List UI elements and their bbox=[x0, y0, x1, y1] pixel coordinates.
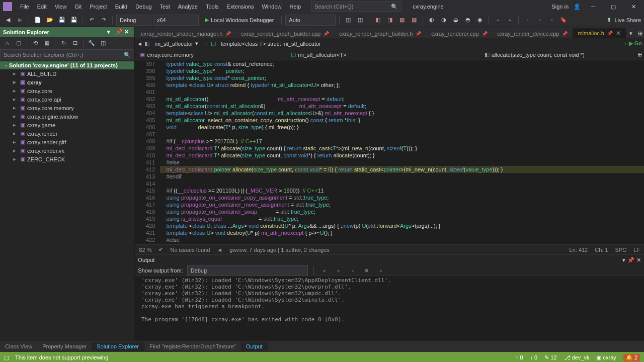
tb-icon-5[interactable]: ▦ bbox=[397, 15, 407, 25]
solution-root[interactable]: ▫ Solution 'cxray.engine' (11 of 11 proj… bbox=[0, 61, 134, 69]
tb-icon-14[interactable]: ▫ bbox=[522, 15, 532, 25]
nav-back-icon[interactable]: ◀ bbox=[3, 15, 13, 25]
tree-item[interactable]: ▸▣cxray.render bbox=[0, 129, 134, 138]
pin-icon[interactable]: 📌 bbox=[116, 29, 123, 36]
dropdown-icon[interactable]: ▾ bbox=[107, 29, 114, 36]
close-icon[interactable]: ✕ bbox=[636, 257, 641, 263]
minus-icon[interactable]: − bbox=[618, 41, 621, 47]
bookmark-icon[interactable]: 🔖 bbox=[558, 15, 569, 25]
code-editor[interactable]: 3973983994004014024034044054064074084094… bbox=[135, 60, 644, 244]
pull-indicator[interactable]: ↓ 0 bbox=[530, 354, 538, 360]
collapse-icon[interactable]: ⊟ bbox=[70, 38, 80, 48]
nav-back-icon[interactable]: ◄ bbox=[137, 41, 142, 47]
output-source-dropdown[interactable]: Debug bbox=[187, 265, 308, 276]
tb-icon-6[interactable]: ▦ bbox=[409, 15, 419, 25]
menu-window[interactable]: Window bbox=[258, 2, 285, 11]
menu-analyze[interactable]: Analyze bbox=[174, 2, 202, 11]
signin[interactable]: Sign in bbox=[551, 4, 569, 10]
tree-item[interactable]: ▸▣cxray.game bbox=[0, 121, 134, 129]
eol-indicator[interactable]: LF bbox=[633, 247, 640, 253]
btab-find[interactable]: Find "registerRenderGraphTexture" bbox=[144, 342, 241, 351]
nav-class[interactable]: ▢ mi_stl_allocator<T> bbox=[288, 51, 481, 58]
home-icon[interactable]: ⌂ bbox=[2, 38, 12, 48]
new-project-icon[interactable]: 📄 bbox=[33, 15, 43, 25]
tb-icon-10[interactable]: ◓ bbox=[463, 15, 473, 25]
nav-file[interactable]: ▣ cxray.core.memory bbox=[137, 51, 288, 58]
menu-debug[interactable]: Debug bbox=[131, 2, 155, 11]
pin-icon[interactable]: 📌 bbox=[607, 31, 613, 36]
save-all-icon[interactable]: 💾 bbox=[69, 15, 79, 25]
tb-icon-9[interactable]: ◒ bbox=[451, 15, 461, 25]
open-icon[interactable]: 📂 bbox=[45, 15, 55, 25]
redo-icon[interactable]: ↷ bbox=[99, 15, 109, 25]
tree-item[interactable]: ▸▣ZERO_CHECK bbox=[0, 155, 134, 163]
tb-icon-13[interactable]: ▫ bbox=[505, 15, 515, 25]
save-icon[interactable]: 💾 bbox=[57, 15, 67, 25]
tb-icon-15[interactable]: ▫ bbox=[534, 15, 544, 25]
account-icon[interactable]: 👤 bbox=[574, 4, 581, 10]
tb-icon-11[interactable]: ◉ bbox=[475, 15, 485, 25]
nav-scope1[interactable]: mi_stl_allocator ▾ bbox=[151, 40, 201, 47]
show-all-icon[interactable]: ▦ bbox=[42, 38, 52, 48]
pin-icon[interactable]: 📌 bbox=[627, 257, 634, 263]
menu-git[interactable]: Git bbox=[70, 2, 86, 11]
tb-icon-1[interactable]: ◫ bbox=[343, 15, 353, 25]
tb-icon-2[interactable]: ◫ bbox=[355, 15, 365, 25]
window-icon[interactable]: ▾ bbox=[622, 257, 625, 263]
repo-indicator[interactable]: ▣ cxray bbox=[596, 354, 616, 361]
tree-item[interactable]: ▸▣cxray.engine.window bbox=[0, 112, 134, 121]
auto-dropdown[interactable]: Auto bbox=[285, 15, 336, 26]
tabs-overflow-icon[interactable]: ▾ bbox=[627, 29, 635, 37]
sync-icon[interactable]: ⟲ bbox=[30, 38, 40, 48]
refresh-icon[interactable]: ↻ bbox=[58, 38, 68, 48]
line-indicator[interactable]: Ln: 412 bbox=[570, 247, 588, 253]
close-tab-icon[interactable]: ✕ bbox=[616, 30, 621, 37]
output-content[interactable]: 'cxray.exe' (Win32): Loaded 'C:\Windows\… bbox=[135, 276, 644, 341]
branch-indicator[interactable]: ⎇ dev_vk bbox=[564, 354, 590, 361]
btab[interactable]: Property Manager bbox=[37, 342, 92, 351]
output-icon-1[interactable]: ▫ bbox=[319, 265, 330, 276]
tree-item[interactable]: ▸▣cxray bbox=[0, 78, 134, 86]
split-icon[interactable]: ⊞ bbox=[637, 51, 642, 58]
indent-indicator[interactable]: SPC bbox=[615, 247, 627, 253]
solution-tree[interactable]: ▫ Solution 'cxray.engine' (11 of 11 proj… bbox=[0, 60, 134, 341]
menu-tools[interactable]: Tools bbox=[202, 2, 223, 11]
btab-output[interactable]: Output bbox=[241, 342, 268, 351]
menu-file[interactable]: File bbox=[16, 2, 33, 11]
menu-project[interactable]: Project bbox=[86, 2, 111, 11]
minimize-button[interactable]: ─ bbox=[586, 2, 601, 12]
tree-item[interactable]: ▸▣cxray.core.memory bbox=[0, 104, 134, 112]
menu-edit[interactable]: Edit bbox=[33, 2, 51, 11]
output-icon-3[interactable]: ▫ bbox=[348, 265, 358, 276]
tab[interactable]: cxray_render_shader_manager.h📌 bbox=[136, 29, 236, 38]
tb-icon-3[interactable]: ◧ bbox=[373, 15, 383, 25]
tree-item[interactable]: ▸▣cxray.core bbox=[0, 86, 134, 95]
nav-method[interactable]: ◧ allocate(size_type count, const void *… bbox=[481, 51, 637, 58]
maximize-button[interactable]: ▢ bbox=[606, 2, 621, 12]
menu-help[interactable]: Help bbox=[286, 2, 305, 11]
menu-view[interactable]: View bbox=[51, 2, 71, 11]
nav-scope2[interactable]: template<class T> struct mi_stl_allocato… bbox=[218, 40, 324, 47]
go-button[interactable]: ▶ Go bbox=[629, 40, 642, 47]
tree-item[interactable]: ▸▣cxray.render.gltf bbox=[0, 138, 134, 146]
tab-active[interactable]: mimalloc.h 📌 ✕ bbox=[573, 28, 626, 38]
changes-indicator[interactable]: ✎ 12 bbox=[544, 354, 556, 361]
zoom-percent[interactable]: 82 % bbox=[139, 247, 151, 253]
undo-icon[interactable]: ↶ bbox=[87, 15, 97, 25]
btab[interactable]: Class View bbox=[0, 342, 37, 351]
nav-fwd-icon[interactable]: ▶ bbox=[15, 15, 25, 25]
tree-item[interactable]: ▸▣cxray.core.api bbox=[0, 95, 134, 104]
menu-test[interactable]: Test bbox=[156, 2, 174, 11]
tab[interactable]: cxray_renderer.cpp📌 bbox=[426, 29, 492, 38]
btab[interactable]: Solution Explorer bbox=[92, 342, 144, 351]
tb-icon-7[interactable]: ◐ bbox=[427, 15, 437, 25]
tb-icon-4[interactable]: ◨ bbox=[385, 15, 395, 25]
tree-item[interactable]: ▸▣ALL_BUILD bbox=[0, 69, 134, 78]
col-indicator[interactable]: Ch: 1 bbox=[595, 247, 608, 253]
menu-extensions[interactable]: Extensions bbox=[223, 2, 258, 11]
close-panel-icon[interactable]: ✕ bbox=[124, 29, 131, 36]
tabs-add-icon[interactable]: ⊞ bbox=[636, 29, 644, 37]
tb-icon-8[interactable]: ◑ bbox=[439, 15, 449, 25]
tb-icon-12[interactable]: ▫ bbox=[493, 15, 503, 25]
preview-icon[interactable]: ◫ bbox=[98, 38, 108, 48]
